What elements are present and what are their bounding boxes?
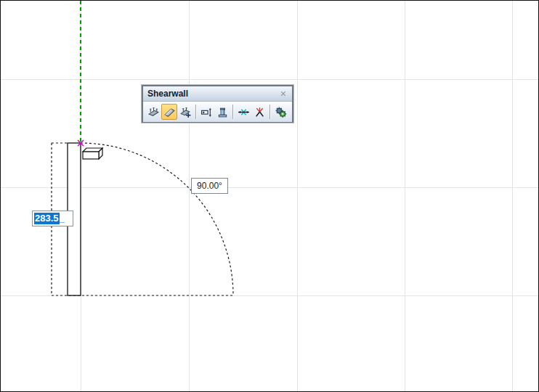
pedestal-button[interactable] bbox=[214, 104, 230, 120]
pedestal-icon bbox=[216, 106, 229, 118]
settings-gears-button[interactable] bbox=[272, 104, 288, 120]
toolbar-title: Shearwall bbox=[147, 89, 188, 99]
toolbar-button-row bbox=[143, 102, 292, 122]
rotation-arc bbox=[81, 143, 233, 295]
text-cursor: _ bbox=[60, 213, 65, 224]
shearwall-panel-button[interactable] bbox=[161, 104, 177, 120]
wall-dimension-button[interactable] bbox=[198, 104, 214, 120]
angle-readout[interactable]: 90.00° bbox=[191, 178, 228, 194]
delete-point-icon bbox=[254, 106, 266, 118]
snap-point-button[interactable] bbox=[235, 104, 251, 120]
shearwall-toolbar: Shearwall × bbox=[142, 85, 293, 123]
angle-value: 90.00° bbox=[197, 181, 222, 191]
settings-gears-icon bbox=[275, 106, 287, 118]
wall-dimension-icon bbox=[200, 106, 213, 118]
snap-point-icon bbox=[238, 106, 250, 118]
toolbar-separator bbox=[195, 105, 196, 119]
add-shearwall-icon bbox=[179, 106, 192, 118]
cad-canvas[interactable]: 90.00° 283.5_ Shearwall × bbox=[0, 0, 539, 392]
wall-placement-drawing bbox=[1, 1, 539, 392]
shearwall-with-anchors-button[interactable] bbox=[145, 104, 161, 120]
shearwall-with-anchors-icon bbox=[147, 106, 160, 118]
add-shearwall-button[interactable] bbox=[177, 104, 193, 120]
length-input[interactable]: 283.5_ bbox=[32, 211, 73, 226]
shearwall-panel-icon bbox=[163, 106, 176, 118]
close-button[interactable]: × bbox=[279, 89, 288, 99]
toolbar-separator bbox=[232, 105, 233, 119]
toolbar-separator bbox=[270, 105, 270, 119]
cursor-brick-icon bbox=[83, 148, 102, 159]
length-selected-text: 283.5 bbox=[34, 213, 60, 224]
delete-point-button[interactable] bbox=[251, 104, 267, 120]
toolbar-titlebar[interactable]: Shearwall × bbox=[143, 86, 292, 102]
